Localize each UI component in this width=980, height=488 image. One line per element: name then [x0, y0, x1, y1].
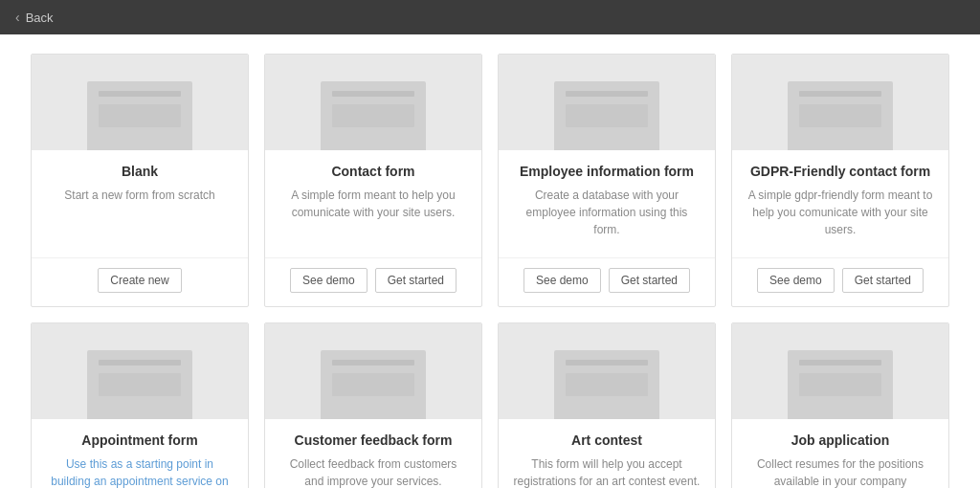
card-actions: See demoGet started: [499, 257, 715, 306]
get-started-button[interactable]: Get started: [375, 268, 457, 293]
thumbnail-shape: [554, 81, 659, 150]
card-actions: See demoGet started: [732, 257, 948, 306]
card-body: Art contestThis form will help you accep…: [499, 419, 715, 488]
create-new-button[interactable]: Create new: [98, 268, 181, 293]
card-body: Employee information formCreate a databa…: [499, 150, 715, 248]
get-started-button[interactable]: Get started: [842, 268, 924, 293]
see-demo-button[interactable]: See demo: [757, 268, 835, 293]
card-thumbnail: [265, 323, 481, 419]
get-started-button[interactable]: Get started: [609, 268, 690, 293]
template-card: BlankStart a new form from scratchCreate…: [31, 54, 249, 307]
template-card: Art contestThis form will help you accep…: [498, 322, 716, 488]
card-thumbnail: [265, 55, 481, 150]
card-body: Customer feedback formCollect feedback f…: [265, 419, 481, 488]
card-thumbnail: [732, 55, 948, 150]
card-title: Contact form: [278, 164, 468, 179]
card-thumbnail: [499, 323, 715, 419]
card-actions: Create new: [32, 257, 248, 306]
card-actions: See demoGet started: [265, 257, 481, 306]
back-button[interactable]: ‹ Back: [15, 10, 54, 25]
see-demo-button[interactable]: See demo: [290, 268, 368, 293]
card-description: A simple form meant to help you comunica…: [278, 187, 468, 238]
template-card: Contact formA simple form meant to help …: [264, 54, 482, 307]
thumbnail-shape: [788, 350, 893, 419]
card-description: Create a database with your employee inf…: [512, 187, 702, 238]
card-title: Employee information form: [512, 164, 702, 179]
template-card: Job applicationCollect resumes for the p…: [731, 322, 949, 488]
template-card: Appointment formUse this as a starting p…: [31, 322, 249, 488]
card-description: Collect feedback from customers and impr…: [278, 455, 468, 488]
card-title: Appointment form: [45, 433, 234, 448]
template-card: GDPR-Friendly contact formA simple gdpr-…: [731, 54, 949, 307]
card-body: Appointment formUse this as a starting p…: [32, 419, 248, 488]
card-thumbnail: [32, 323, 248, 419]
thumbnail-shape: [554, 350, 659, 419]
back-arrow-icon: ‹: [15, 10, 20, 25]
thumbnail-shape: [87, 350, 192, 419]
card-title: Art contest: [512, 433, 702, 448]
thumbnail-shape: [788, 81, 893, 150]
card-description: Use this as a starting point in building…: [45, 455, 234, 488]
thumbnail-shape: [321, 350, 426, 419]
template-card: Employee information formCreate a databa…: [498, 54, 716, 307]
card-body: Job applicationCollect resumes for the p…: [732, 419, 948, 488]
main-content: BlankStart a new form from scratchCreate…: [0, 34, 980, 488]
card-description: A simple gdpr-friendly form meant to hel…: [746, 187, 935, 238]
template-card: Customer feedback formCollect feedback f…: [264, 322, 482, 488]
template-grid: BlankStart a new form from scratchCreate…: [31, 54, 949, 488]
card-title: Blank: [45, 164, 234, 179]
card-thumbnail: [32, 55, 248, 150]
card-title: Job application: [746, 433, 935, 448]
card-thumbnail: [732, 323, 948, 419]
see-demo-button[interactable]: See demo: [523, 268, 601, 293]
card-body: Contact formA simple form meant to help …: [265, 150, 481, 248]
thumbnail-shape: [321, 81, 426, 150]
card-description: Collect resumes for the positions availa…: [746, 455, 935, 488]
card-description: Start a new form from scratch: [45, 187, 234, 238]
card-body: BlankStart a new form from scratch: [32, 150, 248, 248]
card-body: GDPR-Friendly contact formA simple gdpr-…: [732, 150, 948, 248]
card-description: This form will help you accept registrat…: [512, 455, 702, 488]
card-title: Customer feedback form: [278, 433, 468, 448]
top-navigation-bar: ‹ Back: [0, 0, 980, 34]
thumbnail-shape: [87, 81, 192, 150]
card-title: GDPR-Friendly contact form: [746, 164, 935, 179]
back-label: Back: [26, 11, 54, 25]
card-thumbnail: [499, 55, 715, 150]
